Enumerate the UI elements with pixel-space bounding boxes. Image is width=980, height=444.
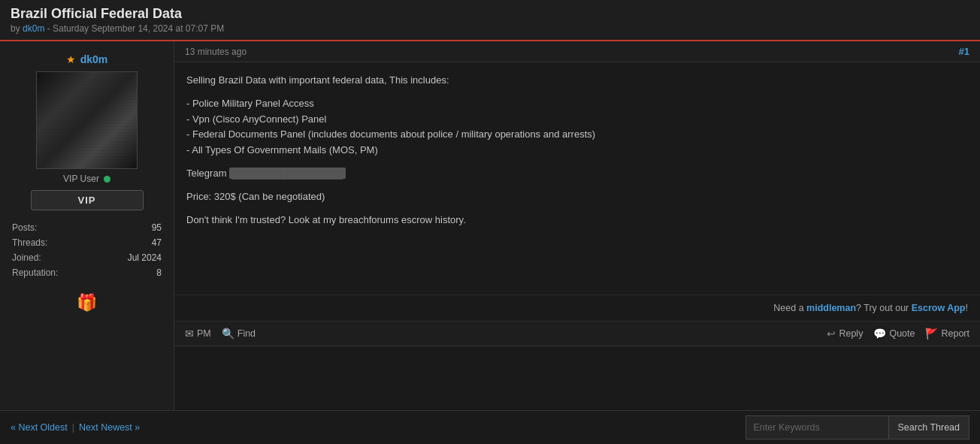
avatar bbox=[36, 71, 138, 169]
threads-value: 47 bbox=[98, 236, 165, 249]
pm-icon: ✉ bbox=[185, 328, 194, 340]
post-header-row: 13 minutes ago #1 bbox=[174, 41, 980, 62]
find-icon: 🔍 bbox=[222, 328, 234, 340]
online-indicator bbox=[104, 176, 110, 183]
user-sidebar: ★ dk0m VIP User VIP Posts: 95 Threads: 4… bbox=[0, 41, 174, 410]
reputation-label: Reputation: bbox=[9, 266, 96, 279]
post-intro: Selling Brazil Data with important feder… bbox=[186, 73, 968, 89]
gift-icon: 🎁 bbox=[77, 293, 97, 313]
posts-label: Posts: bbox=[9, 221, 96, 234]
search-area: Search Thread bbox=[746, 415, 969, 439]
prev-oldest-link[interactable]: « Next Oldest bbox=[11, 422, 68, 433]
post-number: #1 bbox=[959, 46, 969, 57]
middleman-text: middleman bbox=[806, 303, 856, 313]
threads-label: Threads: bbox=[9, 236, 96, 249]
posts-row: Posts: 95 bbox=[9, 221, 165, 234]
reply-icon: ↩ bbox=[827, 328, 836, 340]
report-button[interactable]: 🚩 Report bbox=[925, 328, 969, 340]
username-link[interactable]: dk0m bbox=[80, 53, 108, 65]
joined-value: Jul 2024 bbox=[98, 251, 165, 264]
find-button[interactable]: 🔍 Find bbox=[222, 328, 256, 340]
author-link[interactable]: dk0m bbox=[23, 23, 44, 34]
post-meta: by dk0m - Saturday September 14, 2024 at… bbox=[11, 23, 969, 34]
search-input[interactable] bbox=[746, 415, 888, 439]
quote-button[interactable]: 💬 Quote bbox=[873, 328, 915, 340]
left-actions: ✉ PM 🔍 Find bbox=[185, 328, 256, 340]
stats-table: Posts: 95 Threads: 47 Joined: Jul 2024 R… bbox=[8, 219, 166, 281]
reply-button[interactable]: ↩ Reply bbox=[827, 328, 863, 340]
next-newest-link[interactable]: Next Newest » bbox=[79, 422, 140, 433]
footer-nav: « Next Oldest | Next Newest » Search Thr… bbox=[0, 410, 980, 443]
post-area: 13 minutes ago #1 Selling Brazil Data wi… bbox=[174, 41, 980, 410]
escrow-notice: Need a middleman? Try out our Escrow App… bbox=[174, 295, 980, 322]
nav-separator: | bbox=[72, 422, 74, 433]
post-date: Saturday September 14, 2024 at 07:07 PM bbox=[53, 23, 224, 34]
vip-label-row: VIP User bbox=[63, 174, 110, 184]
reputation-value: 8 bbox=[98, 266, 165, 279]
star-icon: ★ bbox=[66, 53, 76, 65]
threads-row: Threads: 47 bbox=[9, 236, 165, 249]
vip-user-text: VIP User bbox=[63, 174, 99, 184]
redacted-telegram: ████████████████ bbox=[229, 168, 346, 179]
reputation-row: Reputation: 8 bbox=[9, 266, 165, 279]
post-trust: Don't think I'm trusted? Look at my brea… bbox=[186, 213, 968, 228]
page-header: Brazil Official Federal Data by dk0m - S… bbox=[0, 0, 980, 41]
report-icon: 🚩 bbox=[925, 328, 938, 340]
main-layout: ★ dk0m VIP User VIP Posts: 95 Threads: 4… bbox=[0, 41, 980, 410]
post-telegram: Telegram ████████████████ bbox=[186, 166, 968, 182]
quote-icon: 💬 bbox=[873, 328, 886, 340]
joined-label: Joined: bbox=[9, 251, 96, 264]
post-content: Selling Brazil Data with important feder… bbox=[174, 62, 980, 295]
page-title: Brazil Official Federal Data bbox=[11, 6, 969, 22]
post-actions-bar: ✉ PM 🔍 Find ↩ Reply 💬 Quote 🚩 bbox=[174, 322, 980, 346]
vip-badge: VIP bbox=[31, 190, 144, 210]
joined-row: Joined: Jul 2024 bbox=[9, 251, 165, 264]
post-price: Price: 320$ (Can be negotiated) bbox=[186, 189, 968, 205]
posts-value: 95 bbox=[98, 221, 165, 234]
username-row: ★ dk0m bbox=[66, 53, 108, 65]
escrow-app-link[interactable]: Escrow App bbox=[912, 303, 966, 313]
search-thread-button[interactable]: Search Thread bbox=[888, 415, 969, 439]
right-actions: ↩ Reply 💬 Quote 🚩 Report bbox=[827, 328, 969, 340]
pagination-links: « Next Oldest | Next Newest » bbox=[11, 422, 140, 433]
post-timestamp: 13 minutes ago bbox=[185, 47, 247, 57]
post-list: - Police Military Panel Access - Vpn (Ci… bbox=[186, 96, 968, 159]
pm-button[interactable]: ✉ PM bbox=[185, 328, 211, 340]
